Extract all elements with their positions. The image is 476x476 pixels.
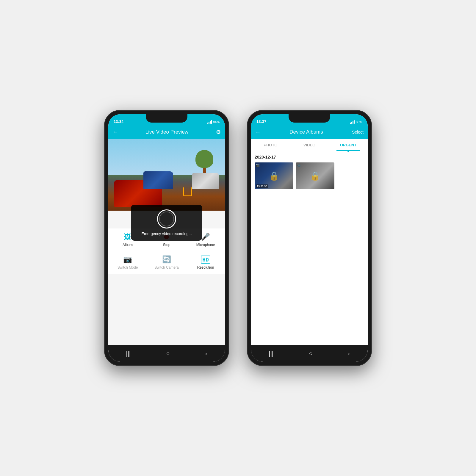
resolution-label: Resolution bbox=[197, 265, 214, 270]
phone1-body: 13:34 84% ← Live Video Preview ⚙ bbox=[104, 110, 229, 366]
page-title-1: Live Video Preview bbox=[145, 129, 188, 135]
car-blue bbox=[143, 171, 173, 189]
phone2-screen: 13:37 83% ← Device Albums Select bbox=[251, 114, 368, 362]
status-icons-2: 83% bbox=[350, 120, 362, 124]
phone2-body: 13:37 83% ← Device Albums Select bbox=[247, 110, 372, 366]
top-bar-1: ← Live Video Preview ⚙ bbox=[108, 125, 225, 139]
emergency-recording-indicator bbox=[157, 209, 176, 228]
settings-button-1[interactable]: ⚙ bbox=[216, 129, 221, 135]
signal-icon-2 bbox=[350, 120, 355, 124]
tab-photo[interactable]: PHOTO bbox=[251, 139, 290, 151]
microphone-icon: 🎤 bbox=[201, 233, 210, 241]
tree-top bbox=[195, 150, 213, 168]
thumbnail-2[interactable]: 🔒 📹 bbox=[296, 162, 334, 189]
notch bbox=[146, 114, 187, 123]
home-button-1[interactable]: ○ bbox=[166, 350, 170, 357]
home-button-2[interactable]: ○ bbox=[309, 350, 312, 357]
tab-bar: PHOTO VIDEO URGENT bbox=[251, 139, 368, 151]
album-thumbnails: 🔒 📷 13:36:36 🔒 📹 bbox=[255, 162, 364, 189]
back-nav-button-2[interactable]: ‹ bbox=[348, 350, 350, 357]
signal-icon-1 bbox=[207, 120, 212, 124]
switch-camera-button[interactable]: 🔄 Switch Camera bbox=[147, 251, 186, 274]
active-tab-dot bbox=[347, 150, 349, 152]
resolution-button[interactable]: HD Resolution bbox=[186, 251, 225, 274]
shopping-cart bbox=[183, 187, 192, 196]
album-screen: PHOTO VIDEO URGENT 2020-12-17 bbox=[251, 139, 368, 345]
phone2: 13:37 83% ← Device Albums Select bbox=[247, 110, 372, 366]
battery-icon-2: 83% bbox=[356, 120, 362, 124]
stop-label: Stop bbox=[163, 243, 170, 247]
back-nav-button-1[interactable]: ‹ bbox=[205, 350, 207, 357]
camera-scene bbox=[108, 139, 225, 211]
phone1: 13:34 84% ← Live Video Preview ⚙ bbox=[104, 110, 229, 366]
switch-mode-label: Switch Mode bbox=[118, 265, 138, 270]
lock-overlay-2: 🔒 bbox=[296, 162, 334, 189]
status-icons-1: 84% bbox=[207, 120, 220, 124]
switch-mode-button[interactable]: 📷 Switch Mode bbox=[108, 251, 147, 274]
battery-icon-1: 84% bbox=[213, 120, 220, 124]
status-time-2: 13:37 bbox=[256, 119, 266, 124]
video-icon-1: 📷 bbox=[256, 164, 259, 167]
emergency-text: Emergency video recording... bbox=[141, 231, 192, 236]
back-button-2[interactable]: ← bbox=[255, 129, 261, 135]
timestamp-1: 13:36:36 bbox=[256, 184, 268, 188]
select-button[interactable]: Select bbox=[352, 130, 364, 134]
album-label: Album bbox=[123, 243, 133, 247]
notch-2 bbox=[289, 114, 330, 123]
tree bbox=[195, 150, 213, 174]
emergency-overlay: Emergency video recording... bbox=[131, 205, 202, 241]
controls-area: Emergency video recording... 🖼 Album ⏺ S… bbox=[108, 211, 225, 345]
album-date: 2020-12-17 bbox=[255, 155, 364, 159]
nav-bar-1: ||| ○ ‹ bbox=[108, 345, 225, 362]
album-icon: 🖼 bbox=[124, 233, 131, 241]
lock-icon-1: 🔒 bbox=[269, 171, 279, 181]
microphone-label: Microphone bbox=[196, 243, 215, 247]
lock-icon-2: 🔒 bbox=[310, 171, 320, 181]
tab-urgent[interactable]: URGENT bbox=[329, 139, 368, 151]
top-bar-2: ← Device Albums Select bbox=[251, 125, 368, 139]
recent-apps-button-2[interactable]: ||| bbox=[269, 350, 274, 357]
status-time-1: 13:34 bbox=[114, 119, 123, 124]
switch-camera-label: Switch Camera bbox=[154, 265, 178, 270]
thumbnail-1[interactable]: 🔒 📷 13:36:36 bbox=[255, 162, 293, 189]
car-silver bbox=[192, 173, 219, 189]
video-icon-2: 📹 bbox=[297, 164, 300, 167]
switch-mode-icon: 📷 bbox=[123, 255, 132, 264]
nav-bar-2: ||| ○ ‹ bbox=[251, 345, 368, 362]
tab-video[interactable]: VIDEO bbox=[290, 139, 329, 151]
switch-camera-icon: 🔄 bbox=[162, 255, 171, 264]
album-content: 2020-12-17 🔒 📷 13:36:36 🔒 bbox=[251, 151, 368, 345]
page-title-2: Device Albums bbox=[289, 129, 323, 135]
resolution-icon: HD bbox=[201, 256, 210, 264]
camera-view-1 bbox=[108, 139, 225, 211]
phone1-screen: 13:34 84% ← Live Video Preview ⚙ bbox=[108, 114, 225, 362]
recent-apps-button-1[interactable]: ||| bbox=[126, 350, 131, 357]
back-button-1[interactable]: ← bbox=[112, 129, 118, 135]
buttons-row2: 📷 Switch Mode 🔄 Switch Camera HD Resolut… bbox=[108, 251, 225, 274]
